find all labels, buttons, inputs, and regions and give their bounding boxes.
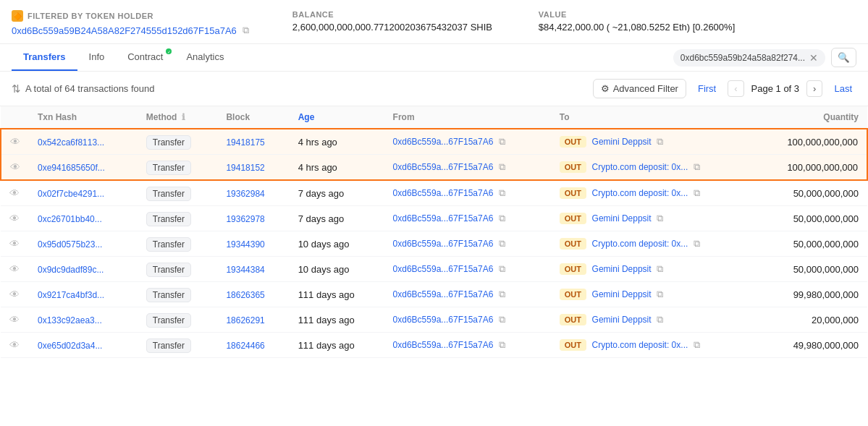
block-link[interactable]: 19362978 (226, 214, 264, 224)
block-link[interactable]: 19418152 (226, 163, 264, 173)
first-button[interactable]: First (694, 81, 720, 96)
eye-button[interactable]: 👁 (9, 238, 20, 250)
balance-value: 2,600,000,000,000.771200203675432037 SHI… (292, 22, 495, 33)
eye-button[interactable]: 👁 (9, 263, 20, 275)
txn-hash-cell: 0xc26701bb40... (29, 206, 138, 231)
copy-address-button[interactable]: ⧉ (243, 25, 249, 36)
quantity-cell: 50,000,000,000 (754, 206, 867, 231)
eye-button[interactable]: 👁 (9, 187, 20, 199)
tab-contract[interactable]: Contract ✓ (116, 44, 174, 71)
from-address-link[interactable]: 0xd6Bc559a...67F15a7A6 (393, 264, 494, 274)
to-address-link[interactable]: Gemini Deppsit (592, 289, 652, 299)
eye-button[interactable]: 👁 (9, 314, 20, 325)
age-cell: 111 days ago (290, 282, 384, 307)
txn-hash-link[interactable]: 0x9217ca4bf3d... (38, 290, 104, 300)
copy-to-button[interactable]: ⧉ (657, 136, 663, 148)
table-row: 👁 0xe65d02d3a4... Transfer 18624466 111 … (1, 333, 867, 358)
copy-from-button[interactable]: ⧉ (499, 161, 505, 173)
copy-from-button[interactable]: ⧉ (499, 213, 505, 224)
copy-to-button[interactable]: ⧉ (657, 289, 663, 300)
eye-button[interactable]: 👁 (10, 161, 20, 173)
last-button[interactable]: Last (830, 81, 856, 96)
to-address-link[interactable]: Gemini Deppsit (592, 213, 652, 223)
direction-badge: OUT (560, 161, 586, 173)
copy-from-button[interactable]: ⧉ (499, 314, 505, 325)
to-address-link[interactable]: Crypto.com deposit: 0x... (592, 239, 688, 249)
txn-hash-link[interactable]: 0x02f7cbe4291... (38, 189, 104, 199)
txn-hash-link[interactable]: 0x9dc9dadf89c... (38, 265, 104, 275)
copy-to-button[interactable]: ⧉ (694, 339, 700, 351)
txn-hash-link[interactable]: 0x133c92aea3... (38, 315, 102, 325)
from-address-link[interactable]: 0xd6Bc559a...67F15a7A6 (393, 188, 494, 198)
next-page-button[interactable]: › (806, 80, 822, 97)
quantity-cell: 50,000,000,000 (754, 257, 867, 282)
eye-button[interactable]: 👁 (9, 213, 20, 224)
block-link[interactable]: 18626291 (226, 315, 264, 325)
from-address-link[interactable]: 0xd6Bc559a...67F15a7A6 (393, 340, 494, 350)
direction-badge: OUT (560, 238, 586, 250)
advanced-filter-button[interactable]: ⚙ Advanced Filter (593, 79, 686, 98)
txn-hash-cell: 0x133c92aea3... (29, 307, 138, 333)
copy-from-button[interactable]: ⧉ (499, 339, 505, 351)
method-info-icon[interactable]: ℹ (182, 112, 185, 122)
to-address-link[interactable]: Gemini Deppsit (592, 264, 652, 274)
from-address-link[interactable]: 0xd6Bc559a...67F15a7A6 (393, 137, 494, 147)
eye-button[interactable]: 👁 (9, 289, 20, 300)
direction-badge: OUT (560, 289, 586, 300)
method-cell: Transfer (138, 155, 218, 181)
search-button[interactable]: 🔍 (831, 48, 856, 67)
to-address-link[interactable]: Crypto.com deposit: 0x... (592, 188, 688, 198)
copy-from-button[interactable]: ⧉ (499, 263, 505, 275)
from-cell: 0xd6Bc559a...67F15a7A6 ⧉ (384, 307, 551, 333)
method-cell: Transfer (138, 333, 218, 358)
copy-from-button[interactable]: ⧉ (499, 238, 505, 250)
block-link[interactable]: 19344390 (226, 239, 264, 250)
address-chip: 0xd6bc559a59b24a58a82f274... ✕ (673, 49, 825, 67)
chip-close-button[interactable]: ✕ (809, 52, 818, 64)
to-address-link[interactable]: Crypto.com deposit: 0x... (592, 340, 688, 350)
copy-from-button[interactable]: ⧉ (499, 187, 505, 199)
copy-to-button[interactable]: ⧉ (694, 238, 700, 250)
copy-to-button[interactable]: ⧉ (657, 263, 663, 275)
from-address-link[interactable]: 0xd6Bc559a...67F15a7A6 (393, 162, 494, 172)
txn-hash-link[interactable]: 0xc26701bb40... (38, 214, 102, 224)
block-link[interactable]: 19418175 (226, 137, 264, 148)
to-address-link[interactable]: Crypto.com deposit: 0x... (592, 162, 688, 172)
to-address-link[interactable]: Gemini Deppsit (592, 137, 652, 147)
eye-button[interactable]: 👁 (10, 136, 20, 148)
txn-hash-link[interactable]: 0xe941685650f... (38, 163, 105, 173)
txn-hash-link[interactable]: 0x542ca6f8113... (38, 137, 104, 148)
txn-hash-cell: 0x95d0575b23... (29, 231, 138, 257)
prev-page-button[interactable]: ‹ (728, 80, 743, 97)
block-link[interactable]: 18624466 (226, 341, 264, 351)
from-address-link[interactable]: 0xd6Bc559a...67F15a7A6 (393, 289, 494, 299)
tab-analytics[interactable]: Analytics (174, 44, 235, 71)
from-address-link[interactable]: 0xd6Bc559a...67F15a7A6 (393, 239, 494, 249)
txn-hash-link[interactable]: 0x95d0575b23... (38, 239, 102, 250)
copy-to-button[interactable]: ⧉ (657, 314, 663, 325)
age-cell: 111 days ago (290, 333, 384, 358)
from-address-link[interactable]: 0xd6Bc559a...67F15a7A6 (393, 213, 494, 223)
total-transactions: ⇅ A total of 64 transactions found (12, 82, 155, 95)
copy-to-button[interactable]: ⧉ (657, 213, 663, 224)
copy-from-button[interactable]: ⧉ (499, 289, 505, 300)
copy-to-button[interactable]: ⧉ (694, 161, 700, 173)
block-link[interactable]: 19362984 (226, 189, 264, 199)
method-cell: Transfer (138, 257, 218, 282)
block-link[interactable]: 18626365 (226, 290, 264, 300)
tab-info[interactable]: Info (77, 44, 117, 71)
copy-to-button[interactable]: ⧉ (694, 187, 700, 199)
to-address-link[interactable]: Gemini Deppsit (592, 315, 652, 325)
direction-badge: OUT (560, 263, 586, 275)
txn-hash-link[interactable]: 0xe65d02d3a4... (38, 341, 102, 351)
filtered-label: 🔶 FILTERED BY TOKEN HOLDER (12, 10, 249, 22)
total-text: A total of 64 transactions found (25, 83, 155, 94)
token-holder-address[interactable]: 0xd6Bc559a59B24A58A82F274555d152d67F15a7… (12, 25, 237, 36)
copy-from-button[interactable]: ⧉ (499, 136, 505, 148)
eye-button[interactable]: 👁 (9, 339, 20, 351)
method-cell: Transfer (138, 129, 218, 155)
direction-badge: OUT (560, 339, 586, 351)
block-link[interactable]: 19344384 (226, 265, 264, 275)
tab-transfers[interactable]: Transfers (12, 44, 77, 71)
from-address-link[interactable]: 0xd6Bc559a...67F15a7A6 (393, 315, 494, 325)
